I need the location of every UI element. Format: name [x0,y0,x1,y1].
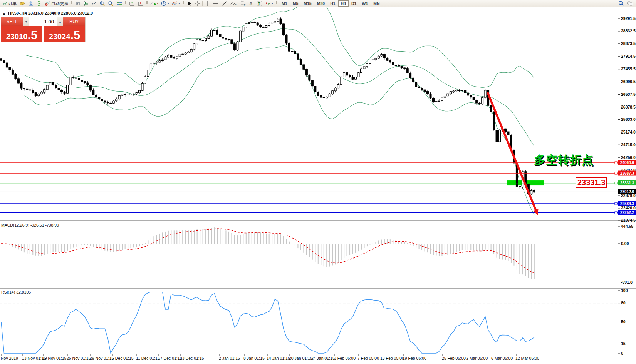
candle-body [199,39,201,40]
trendline-tool[interactable] [220,0,228,7]
chevron-down-icon[interactable]: ▾ [168,2,169,5]
text-tool[interactable]: A [247,0,255,7]
candle-body [438,100,440,102]
time-axis-label: 20 Jan 01:15 [289,356,312,361]
price-axis-tick-label: 25174.0 [621,130,636,134]
candle-body [323,97,325,98]
trend-arrow-line[interactable] [488,93,536,210]
candle-body [300,59,302,64]
candle-body [363,67,365,69]
candle-body [133,94,135,94]
tile-windows-icon[interactable] [115,0,123,7]
candle-body [23,88,25,89]
annotation-text[interactable]: 多空转折点 [534,152,594,168]
timeframe-button-m5[interactable]: M5 [290,0,301,7]
svg-text:A: A [249,1,253,7]
bar-chart-icon[interactable] [74,0,82,7]
candle-body [222,37,224,38]
candle-body [87,83,89,85]
timeframe-button-mn[interactable]: MN [371,0,382,7]
timeframes-clock-button[interactable]: ▾ [160,0,170,7]
sell-price[interactable]: 23010 .5 [1,26,42,42]
time-axis-label: 24 Jan 01:15 [311,356,335,361]
volume-increase-button[interactable]: ▴ [57,17,63,26]
volume-input[interactable] [29,17,57,26]
vertical-line-tool[interactable] [204,0,211,7]
time-axis-label: Nov 2019 [1,356,18,361]
chevron-down-icon[interactable]: ▾ [272,2,273,5]
horizontal-line-tool[interactable] [211,0,220,7]
rsi-axis-tick-label: 50 [621,319,626,324]
zoom-out-icon[interactable] [107,0,115,7]
candle-body [156,62,158,63]
crosshair-tool[interactable] [193,0,201,7]
level-anchor-square[interactable] [615,202,617,205]
community-icon[interactable] [27,0,35,7]
timeframe-button-m15[interactable]: M15 [301,0,314,7]
candle-body [404,68,406,68]
candle-body [44,90,45,92]
toolbar-grip [71,1,72,6]
fibonacci-tool[interactable]: F [238,0,247,7]
autotrading-button[interactable]: 自动交易 [44,0,69,7]
autoscroll-icon[interactable] [128,0,136,7]
level-anchor-square[interactable] [615,212,617,214]
volume-decrease-button[interactable]: ▾ [23,17,29,26]
price-level-badge-label: 23687.3 [620,171,634,175]
timeframe-button-m1[interactable]: M1 [279,0,290,7]
chat-icon[interactable] [626,0,635,7]
level-anchor-square[interactable] [615,162,617,164]
timeframe-button-w1[interactable]: W1 [359,0,371,7]
candle-body [441,98,443,100]
timeframe-button-m30[interactable]: M30 [314,0,327,7]
candle-body [484,90,486,97]
new-order-button[interactable]: 订单 [1,0,18,7]
templates-button[interactable]: ▾ [171,0,181,7]
candle-body [464,90,466,93]
buy-button[interactable]: BUY [63,17,85,26]
candle-body [208,36,210,39]
candle-body [139,90,141,93]
time-axis-label: 3 Feb 05:00 [334,356,356,361]
candle-body [121,94,123,95]
chevron-down-icon[interactable]: ▾ [178,2,180,5]
zoom-in-icon[interactable] [98,0,106,7]
text-label-icon: T [256,1,262,7]
equidistant-channel-tool[interactable]: E [229,0,238,7]
chart-shift-icon[interactable] [136,0,144,7]
price-tag-label[interactable]: 23331.3 [576,177,607,188]
search-icon[interactable] [617,0,625,7]
candle-body [386,58,388,60]
signals-icon[interactable] [35,0,43,7]
ticket-icon[interactable] [18,0,26,7]
candle-body [219,34,221,37]
timeframe-button-h1[interactable]: H1 [327,0,338,7]
price-axis-tick-label: 24256.0 [621,155,636,160]
arrows-tool[interactable]: ▾ [264,0,274,7]
buy-price[interactable]: 23024 .5 [44,26,85,42]
candle-body [433,98,435,102]
timeframe-button-d1[interactable]: D1 [349,0,359,7]
chart-area[interactable]: 29291.528832.528373.527914.527455.526996… [0,0,636,364]
sell-button[interactable]: SELL [1,17,23,26]
level-anchor-square[interactable] [615,172,617,174]
candle-body [0,59,2,60]
candle-body [150,64,152,70]
candle-body [401,66,403,68]
candle-body [309,75,310,80]
cursor-tool[interactable] [186,0,193,7]
candle-body [421,88,423,90]
candle-body [167,55,169,57]
candle-body [366,63,368,66]
indicators-add-button[interactable]: ▾ [149,0,159,7]
line-chart-icon[interactable] [90,0,98,7]
candle-body [211,30,213,36]
text-label-tool[interactable]: T [255,0,263,7]
timeframe-button-h4[interactable]: H4 [338,0,349,7]
candle-body [478,103,480,104]
chevron-down-icon[interactable]: ▾ [157,2,158,5]
candle-body [75,78,77,78]
candlestick-chart-icon[interactable] [82,0,90,7]
time-axis-label: 25 Feb 05:00 [442,356,466,361]
time-axis-label: 29 Nov 01:15 [90,356,114,361]
